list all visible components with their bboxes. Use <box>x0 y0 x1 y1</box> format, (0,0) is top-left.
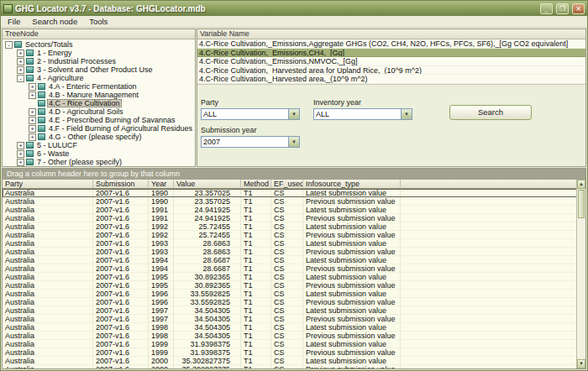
column-header-value[interactable]: Value <box>174 180 241 189</box>
tree-node[interactable]: +4.E - Prescribed Burning of Savannas <box>3 116 195 124</box>
expand-icon[interactable]: + <box>29 133 36 141</box>
cell-party: Australia <box>3 332 93 340</box>
expand-icon[interactable]: + <box>17 142 24 149</box>
table-row[interactable]: Australia2007-v1.6199530.892365T1CSLates… <box>3 273 585 281</box>
column-header-year[interactable]: Year <box>149 180 174 189</box>
chevron-down-icon[interactable]: ▼ <box>401 109 412 119</box>
table-row[interactable]: Australia2007-v1.6199328.6863T1CSLatest … <box>3 239 585 248</box>
tree-node-icon <box>26 150 34 157</box>
cell-filler <box>401 222 585 231</box>
submission-year-field: Submission year 2007 ▼ <box>201 126 585 148</box>
tree-node[interactable]: -Sectors/Totals <box>3 40 195 49</box>
minimize-button[interactable]: _ <box>540 3 553 14</box>
table-row[interactable]: Australia2007-v1.6199023.357025T1CSLates… <box>3 189 585 197</box>
table-row[interactable]: Australia2007-v1.6199633.5592825T1CSPrev… <box>3 298 585 306</box>
chevron-down-icon[interactable]: ▼ <box>288 109 299 119</box>
scroll-thumb[interactable] <box>578 190 585 218</box>
table-row[interactable]: Australia2007-v1.6199931.9398375T1CSLate… <box>3 340 585 348</box>
cell-filler <box>401 340 585 348</box>
table-row[interactable]: Australia2007-v1.6199530.892365T1CSPrevi… <box>3 281 585 290</box>
table-row[interactable]: Australia2007-v1.6199023.357025T1CSPrevi… <box>3 197 585 206</box>
results-grid: Drag a column header here to group by th… <box>2 168 586 369</box>
variable-row[interactable]: 4.C-Rice Cultivation,_Emissions,CH4,_[Gg… <box>197 49 585 58</box>
cell-ef_used: CS <box>271 348 303 357</box>
table-row[interactable]: Australia2007-v1.6199225.72455T1CSLatest… <box>3 222 585 231</box>
expand-icon[interactable]: + <box>29 125 36 133</box>
upper-split: TreeNode -Sectors/Totals+1 - Energy+2 - … <box>1 28 587 167</box>
scroll-down-icon[interactable]: ▼ <box>577 359 585 368</box>
tree-node[interactable]: +3 - Solvent and Other Product Use <box>3 65 195 74</box>
cell-infosource_type: Previous submission value <box>303 214 401 222</box>
tree-node[interactable]: -4 - Agriculture <box>3 74 195 82</box>
column-header-infosource_type[interactable]: Infosource_type <box>303 180 401 189</box>
cell-method: T1 <box>241 222 271 231</box>
tree-node[interactable]: 4.C - Rice Cultivation <box>3 99 195 107</box>
tree-node-label: 1 - Energy <box>35 49 74 57</box>
table-row[interactable]: Australia2007-v1.6199633.5592825T1CSLate… <box>3 290 585 298</box>
variable-row[interactable]: 4.C-Rice Cultivation,_Emissions,Aggregat… <box>197 39 585 49</box>
scroll-track[interactable] <box>577 219 585 359</box>
expand-icon[interactable]: + <box>17 150 24 158</box>
tree-node[interactable]: +1 - Energy <box>3 49 195 57</box>
tree-node[interactable]: +7 - Other (please specify) <box>3 158 195 166</box>
cell-method: T1 <box>241 231 271 239</box>
vertical-scrollbar[interactable]: ▲ ▼ <box>576 180 585 368</box>
column-header-ef_used[interactable]: EF_used <box>271 180 303 189</box>
table-row[interactable]: Australia2007-v1.6199428.6687T1CSLatest … <box>3 256 585 264</box>
column-header-submission[interactable]: Submission <box>93 180 149 189</box>
expand-icon[interactable]: + <box>17 50 24 57</box>
expand-icon[interactable]: + <box>29 91 36 99</box>
cell-ef_used: CS <box>271 264 303 273</box>
submission-year-select[interactable]: 2007 ▼ <box>201 136 300 148</box>
table-row[interactable]: Australia2007-v1.6199734.504305T1CSPrevi… <box>3 315 585 323</box>
close-button[interactable]: ✕ <box>572 3 585 14</box>
search-button[interactable]: Search <box>449 105 532 120</box>
menu-item-tools[interactable]: Tools <box>83 16 113 27</box>
table-row[interactable]: Australia2007-v1.6200035.302827375T1CSPr… <box>3 365 585 368</box>
table-row[interactable]: Australia2007-v1.6199225.72455T1CSPrevio… <box>3 231 585 239</box>
party-select[interactable]: ALL ▼ <box>201 108 300 120</box>
column-header-method[interactable]: Method <box>241 180 271 189</box>
tree-node[interactable]: +2 - Industrial Processes <box>3 57 195 65</box>
expand-icon[interactable]: + <box>29 83 36 91</box>
table-row[interactable]: Australia2007-v1.6199834.504305T1CSPrevi… <box>3 332 585 340</box>
tree-node[interactable]: +4.B - Manure Management <box>3 91 195 99</box>
expand-icon[interactable]: + <box>17 159 24 166</box>
table-row[interactable]: Australia2007-v1.6199124.941925T1CSLates… <box>3 206 585 214</box>
table-row[interactable]: Australia2007-v1.6199834.504305T1CSLates… <box>3 323 585 332</box>
tree-node[interactable]: +4.D - Agricultural Soils <box>3 107 195 116</box>
variable-row[interactable]: 4.C-Rice Cultivation,_Harvested area,_(1… <box>197 75 585 84</box>
table-row[interactable]: Australia2007-v1.6199931.9398375T1CSPrev… <box>3 348 585 357</box>
collapse-icon[interactable]: - <box>5 41 13 49</box>
expand-icon[interactable]: + <box>29 108 36 116</box>
variable-row[interactable]: 4.C-Rice Cultivation,_Emissions,NMVOC,_[… <box>197 57 585 66</box>
expand-icon[interactable]: + <box>29 117 36 124</box>
table-row[interactable]: Australia2007-v1.6200035.302827375T1CSLa… <box>3 357 585 365</box>
scroll-up-icon[interactable]: ▲ <box>577 180 585 189</box>
expand-icon[interactable]: + <box>17 58 24 65</box>
tree-node[interactable]: +4.G - Other (please specify) <box>3 133 195 141</box>
cell-submission: 2007-v1.6 <box>93 239 149 248</box>
tree-node[interactable]: +6 - Waste <box>3 149 195 158</box>
column-header-party[interactable]: Party <box>3 180 93 189</box>
variable-row[interactable]: 4.C-Rice Cultivation,_Harvested area for… <box>197 66 585 76</box>
table-row[interactable]: Australia2007-v1.6199328.6863T1CSPreviou… <box>3 248 585 256</box>
table-row[interactable]: Australia2007-v1.6199734.504305T1CSLates… <box>3 306 585 315</box>
chevron-down-icon[interactable]: ▼ <box>288 137 299 147</box>
collapse-icon[interactable]: - <box>17 75 24 82</box>
tree-node[interactable]: +4.F - Field Burning of Agricultural Res… <box>3 124 195 133</box>
menu-item-search-node[interactable]: Search node <box>26 16 83 27</box>
tree-node[interactable]: +5 - LULUCF <box>3 141 195 149</box>
table-row[interactable]: Australia2007-v1.6199428.6687T1CSPreviou… <box>3 264 585 273</box>
maximize-button[interactable]: ❐ <box>556 3 569 14</box>
cell-party: Australia <box>3 357 93 365</box>
menu-item-file[interactable]: File <box>2 16 26 27</box>
title-bar[interactable]: GHG Locator v3.7 - Database: GHGLocator.… <box>1 1 587 16</box>
table-row[interactable]: Australia2007-v1.6199124.941925T1CSPrevi… <box>3 214 585 222</box>
group-by-bar[interactable]: Drag a column header here to group by th… <box>3 169 585 180</box>
expand-icon[interactable]: + <box>17 66 24 74</box>
cell-ef_used: CS <box>271 298 303 306</box>
cell-filler <box>401 206 585 214</box>
tree-node[interactable]: +4.A - Enteric Fermentation <box>3 82 195 91</box>
inventory-year-select[interactable]: ALL ▼ <box>313 108 412 120</box>
